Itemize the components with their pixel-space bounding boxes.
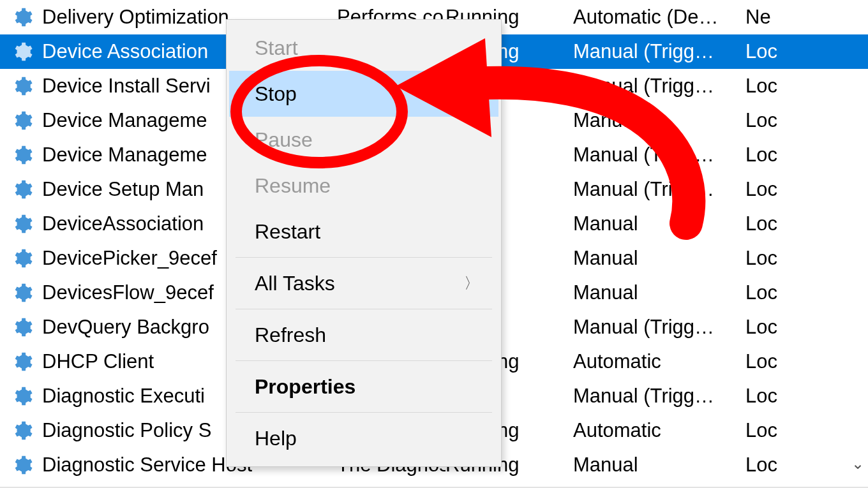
service-startup-type: Manual (Trigg… [573,385,745,408]
ctx-restart[interactable]: Restart [229,209,498,255]
service-name: DeviceAssociation [42,212,204,235]
service-startup-type: Manual (Trigg… [573,144,745,166]
ctx-start: Start [229,25,498,71]
scroll-down-icon[interactable]: ⌄ [851,455,864,473]
service-name: Device Association [42,40,208,63]
service-logon-as: Loc [745,247,835,270]
service-name: Device Setup Man [42,178,204,201]
gear-icon [11,6,33,28]
service-logon-as: Loc [745,385,835,408]
gear-icon [11,282,33,304]
service-logon-as: Loc [745,454,835,477]
service-logon-as: Loc [745,109,835,132]
ctx-refresh[interactable]: Refresh [229,312,498,358]
ctx-separator [236,360,492,361]
service-startup-type: Manual [573,247,745,270]
service-name: Device Install Servi [42,75,211,98]
ctx-pause: Pause [229,117,498,163]
service-logon-as: Loc [745,40,835,63]
ctx-properties[interactable]: Properties [229,364,498,410]
service-logon-as: Loc [745,419,835,442]
service-startup-type: Automatic [573,350,745,373]
service-startup-type: Manual [573,454,745,477]
service-name: Device Manageme [42,109,207,132]
service-logon-as: Loc [745,350,835,373]
service-name: DHCP Client [42,350,154,373]
gear-icon [11,144,33,166]
service-name: Diagnostic Executi [42,385,205,408]
service-startup-type: Manual (Trigg… [573,178,745,201]
service-startup-type: Manual (Trigg… [573,316,745,339]
gear-icon [11,179,33,200]
service-name: Diagnostic Policy S [42,419,211,442]
ctx-separator [236,257,492,258]
gear-icon [11,316,33,338]
service-logon-as: Ne [745,6,835,29]
ctx-resume: Resume [229,163,498,209]
context-menu: Start Stop Pause Resume Restart All Task… [226,19,502,467]
ctx-stop[interactable]: Stop [229,71,498,117]
gear-icon [11,110,33,131]
service-logon-as: Loc [745,281,835,304]
service-startup-type: Manual (Trigg… [573,40,745,63]
service-startup-type: Automatic (De… [573,6,745,29]
gear-icon [11,248,33,269]
ctx-help[interactable]: Help [229,415,498,461]
gear-icon [11,75,33,97]
service-name: Device Manageme [42,144,207,166]
service-logon-as: Loc [745,144,835,166]
ctx-separator [236,309,492,309]
service-name: DevicesFlow_9ecef [42,281,214,304]
ctx-separator [236,412,492,413]
service-name: Delivery Optimization [42,6,229,29]
service-startup-type: Automatic [573,419,745,442]
service-startup-type: Manual [573,281,745,304]
service-startup-type: Manual [573,212,745,235]
service-logon-as: Loc [745,212,835,235]
ctx-all-tasks[interactable]: All Tasks 〉 [229,260,498,306]
chevron-right-icon: 〉 [464,273,479,293]
service-logon-as: Loc [745,75,835,98]
service-startup-type: Manual [573,109,745,132]
service-name: DevicePicker_9ecef [42,247,217,270]
gear-icon [11,420,33,441]
service-logon-as: Loc [745,316,835,339]
service-startup-type: Manual (Trigg… [573,75,745,98]
gear-icon [11,351,33,373]
gear-icon [11,385,33,407]
service-name: Diagnostic Service Host [42,454,252,477]
gear-icon [11,454,33,476]
service-name: DevQuery Backgro [42,316,209,339]
gear-icon [11,41,33,63]
gear-icon [11,213,33,235]
service-logon-as: Loc [745,178,835,201]
